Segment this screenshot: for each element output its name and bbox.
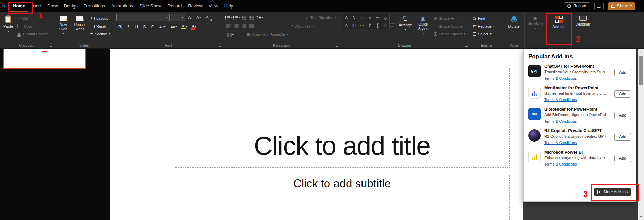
shape-line[interactable]: ╲ <box>350 14 358 21</box>
shape-effects-button[interactable]: Shape Effects ▾ <box>432 30 467 37</box>
gallery-more-icon[interactable]: ▼ <box>390 23 395 29</box>
decrease-font-size-button[interactable]: A <box>195 14 202 21</box>
font-name-combobox[interactable]: ▾ <box>116 14 170 21</box>
section-button[interactable]: ≣ Section ▾ <box>88 30 112 37</box>
shape-right-triangle[interactable]: ▷ <box>350 21 358 29</box>
comments-button[interactable] <box>594 2 604 10</box>
convert-to-smartart-button[interactable]: ▦ Convert to SmartArt ▾ <box>245 31 290 38</box>
shape-brace[interactable]: { <box>374 21 382 29</box>
text-highlight-color-button[interactable]: ▾ <box>180 23 189 30</box>
change-case-button[interactable]: Aa▾ <box>168 23 179 30</box>
terms-link[interactable]: Terms & Conditions <box>544 162 577 166</box>
paste-button[interactable]: Paste ▾ <box>2 14 14 33</box>
terms-link[interactable]: Terms & Conditions <box>544 141 577 145</box>
tab-slide-show[interactable]: Slide Show <box>136 0 164 12</box>
decrease-indent-button[interactable] <box>241 14 248 21</box>
tab-review[interactable]: Review <box>185 0 206 12</box>
new-slide-button[interactable]: New Slide ▾ <box>56 14 70 35</box>
dialog-launcher-icon[interactable] <box>219 44 221 47</box>
shape-oval[interactable]: ○ <box>366 14 374 21</box>
columns-button[interactable]: ▾ <box>225 31 235 38</box>
font-color-button[interactable]: A▾ <box>190 23 198 30</box>
add-button[interactable]: Add <box>614 90 631 98</box>
shape-text-box[interactable]: A <box>342 14 350 21</box>
subtitle-placeholder[interactable]: Click to add subtitle <box>175 175 510 220</box>
replace-button[interactable]: ⇄ Replace ▾ <box>471 22 496 30</box>
add-button[interactable]: Add <box>614 155 631 162</box>
shape-diamond[interactable]: ◇ <box>382 14 389 21</box>
font-size-combobox[interactable]: ▾ <box>171 14 185 21</box>
shape-triangle[interactable]: △ <box>342 21 350 29</box>
strikethrough-button[interactable]: S <box>141 23 148 30</box>
addins-button[interactable]: Add-ins <box>551 14 566 29</box>
bullets-button[interactable]: ▾ <box>225 14 232 21</box>
dialog-launcher-icon[interactable] <box>336 44 338 47</box>
quick-styles-button[interactable]: ▣ Quick Styles ▾ <box>416 14 431 35</box>
scroll-down-icon[interactable]: ▼ <box>640 214 642 219</box>
tab-insert[interactable]: nsert <box>28 0 44 12</box>
tab-animations[interactable]: Animations <box>108 0 136 12</box>
underline-button[interactable]: U <box>133 23 140 30</box>
cut-button[interactable]: ✂ Cut <box>16 15 49 22</box>
increase-indent-button[interactable] <box>248 14 256 21</box>
shape-arrow-up[interactable]: ⇧ <box>366 21 374 29</box>
dialog-launcher-icon[interactable] <box>465 44 468 47</box>
slide-editing-area[interactable]: Click to add title Click to add subtitle <box>110 49 523 220</box>
copy-button[interactable]: Copy ▾ <box>16 22 49 30</box>
shape-star[interactable]: ☆ <box>382 21 389 29</box>
shape-arrow-right[interactable]: ⇨ <box>358 21 366 29</box>
tab-view[interactable]: View <box>206 0 221 12</box>
sensitivity-button[interactable]: ◆ Sensitivity ▾ <box>526 14 544 30</box>
increase-font-size-button[interactable]: A <box>187 14 194 21</box>
share-button[interactable]: Share ▾ <box>608 2 635 10</box>
align-text-button[interactable]: ≡ Align Text ▾ <box>290 22 316 30</box>
format-painter-button[interactable]: Format Painter <box>16 30 49 37</box>
designer-button[interactable]: Designer <box>574 14 592 27</box>
tab-draw[interactable]: Draw <box>44 0 61 12</box>
tab-file[interactable]: ile <box>0 0 10 12</box>
align-right-button[interactable] <box>241 22 248 30</box>
reset-button[interactable]: Reset <box>88 22 112 30</box>
shape-outline-button[interactable]: Shape Outline ▾ <box>432 22 467 30</box>
tab-record[interactable]: Record <box>164 0 185 12</box>
tab-help[interactable]: Help <box>221 0 237 12</box>
terms-link[interactable]: Terms & Conditions <box>544 98 577 102</box>
align-center-button[interactable] <box>233 22 240 30</box>
arrange-button[interactable]: Arrange ▾ <box>397 14 414 31</box>
terms-link[interactable]: Terms & Conditions <box>544 76 577 80</box>
layout-button[interactable]: Layout ▾ <box>88 15 112 22</box>
text-shadow-button[interactable]: S <box>149 23 156 30</box>
numbering-button[interactable]: ▾ <box>233 14 240 21</box>
clear-formatting-button[interactable]: A <box>204 14 211 21</box>
add-button[interactable]: Add <box>614 112 631 119</box>
align-left-button[interactable] <box>225 22 232 30</box>
select-button[interactable]: Select ▾ <box>471 30 496 37</box>
add-button[interactable]: Add <box>614 69 631 76</box>
gallery-scroll-down-icon[interactable]: ▼ <box>390 19 395 24</box>
record-button[interactable]: Record <box>564 2 590 10</box>
shape-rounded-rectangle[interactable]: ▭ <box>374 14 382 21</box>
reuse-slides-button[interactable]: Reuse Slides <box>72 14 87 31</box>
italic-button[interactable]: I <box>125 23 132 30</box>
terms-link[interactable]: Terms & Conditions <box>544 119 577 123</box>
shape-rectangle[interactable]: □ <box>358 14 366 21</box>
title-placeholder[interactable]: Click to add title <box>175 68 510 168</box>
tab-transitions[interactable]: Transitions <box>81 0 108 12</box>
dictate-button[interactable]: Dictate ▾ <box>506 14 521 33</box>
line-spacing-button[interactable]: ▾ <box>256 14 263 21</box>
slide-thumbnail[interactable] <box>3 49 86 69</box>
text-direction-button[interactable]: ⇄ Text Direction ▾ <box>304 14 338 21</box>
scroll-up-icon[interactable]: ▲ <box>640 49 642 54</box>
vertical-scrollbar[interactable]: ▲ ▼ <box>638 49 644 220</box>
add-button[interactable]: Add <box>614 133 631 141</box>
scrollbar-thumb[interactable] <box>639 56 643 85</box>
bold-button[interactable]: B <box>116 23 124 30</box>
tab-home[interactable]: Home <box>10 0 28 12</box>
shape-fill-button[interactable]: Shape Fill ▾ <box>432 15 467 22</box>
gallery-scroll-up-icon[interactable]: ▲ <box>390 14 395 19</box>
justify-button[interactable] <box>248 22 256 30</box>
find-button[interactable]: Find <box>471 15 496 22</box>
tab-design[interactable]: Design <box>61 0 80 12</box>
more-addins-button[interactable]: More Add-ins <box>594 188 631 196</box>
character-spacing-button[interactable]: AV▾ <box>157 23 167 30</box>
